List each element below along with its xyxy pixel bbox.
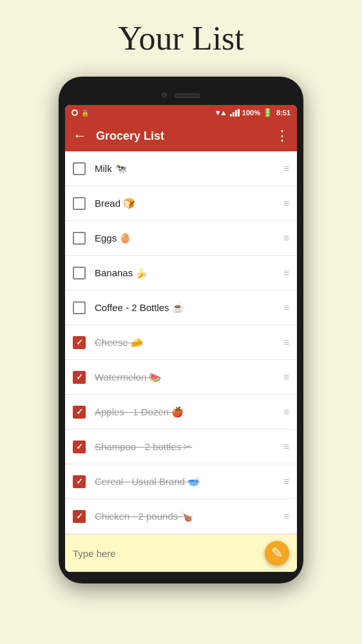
drag-handle-icon[interactable]: ≡ xyxy=(283,302,289,314)
list-item-checkbox[interactable] xyxy=(73,371,86,384)
drag-handle-icon[interactable]: ≡ xyxy=(283,476,289,488)
page-title: Your List xyxy=(118,19,244,57)
add-item-button[interactable]: ✎ xyxy=(265,541,289,565)
list-item: Apples - 1 Dozen 🍎≡ xyxy=(65,395,297,430)
status-lock-icon: 🔒 xyxy=(81,109,89,117)
list-item-checkbox[interactable] xyxy=(73,336,86,349)
drag-handle-icon[interactable]: ≡ xyxy=(283,163,289,175)
list-item-text: Cereal - Usual Brand 🥣 xyxy=(95,476,278,488)
list-item-checkbox[interactable] xyxy=(73,197,86,210)
list-item-checkbox[interactable] xyxy=(73,440,86,453)
bottom-bar: ✎ xyxy=(65,534,297,572)
list-item-text: Milk 🐄 xyxy=(95,163,278,175)
toolbar: ← Grocery List ⋮ xyxy=(65,120,297,151)
status-circle-icon xyxy=(71,109,78,116)
list-item: Eggs 🥚≡ xyxy=(65,221,297,256)
list-item: Cheese 🧀≡ xyxy=(65,325,297,360)
list-item-checkbox[interactable] xyxy=(73,301,86,314)
list-item: Chicken - 2 pounds 🍗≡ xyxy=(65,499,297,534)
list-item-checkbox[interactable] xyxy=(73,267,86,279)
list-item-checkbox[interactable] xyxy=(73,162,86,175)
drag-handle-icon[interactable]: ≡ xyxy=(283,337,289,348)
drag-handle-icon[interactable]: ≡ xyxy=(283,267,289,279)
type-here-input[interactable] xyxy=(73,548,265,559)
back-button[interactable]: ← xyxy=(73,128,87,144)
phone-screen: 🔒 ▾▲ 100% 🔋 8:51 ← Grocery List ⋮ xyxy=(65,105,297,572)
list-item-text: Eggs 🥚 xyxy=(95,232,278,244)
list-item-text: Cheese 🧀 xyxy=(95,337,278,348)
drag-handle-icon[interactable]: ≡ xyxy=(283,406,289,418)
battery-percent: 100% xyxy=(242,109,260,117)
drag-handle-icon[interactable]: ≡ xyxy=(283,372,289,383)
toolbar-title: Grocery List xyxy=(96,129,275,143)
status-time: 8:51 xyxy=(276,109,291,117)
drag-handle-icon[interactable]: ≡ xyxy=(283,511,289,522)
list-item: Coffee - 2 Bottles ☕≡ xyxy=(65,290,297,325)
grocery-list: Milk 🐄≡Bread 🍞≡Eggs 🥚≡Bananas 🍌≡Coffee -… xyxy=(65,151,297,534)
list-item-checkbox[interactable] xyxy=(73,510,86,523)
drag-handle-icon[interactable]: ≡ xyxy=(283,232,289,244)
phone-camera xyxy=(162,93,167,98)
list-item-text: Apples - 1 Dozen 🍎 xyxy=(95,406,278,418)
status-right: ▾▲ 100% 🔋 8:51 xyxy=(216,108,291,117)
list-item: Shampoo - 2 bottles ✂≡ xyxy=(65,430,297,464)
list-item: Bread 🍞≡ xyxy=(65,186,297,221)
list-item-checkbox[interactable] xyxy=(73,475,86,488)
wifi-icon: ▾▲ xyxy=(216,108,227,117)
signal-bars-icon xyxy=(230,109,240,117)
list-item-text: Chicken - 2 pounds 🍗 xyxy=(95,511,278,522)
phone-speaker xyxy=(175,93,200,98)
list-item-text: Watermelon 🍉 xyxy=(95,372,278,383)
menu-button[interactable]: ⋮ xyxy=(275,128,289,144)
list-item: Watermelon 🍉≡ xyxy=(65,360,297,395)
list-item-checkbox[interactable] xyxy=(73,232,86,245)
phone-top-bar xyxy=(65,86,297,105)
list-item: Cereal - Usual Brand 🥣≡ xyxy=(65,464,297,499)
status-bar: 🔒 ▾▲ 100% 🔋 8:51 xyxy=(65,105,297,120)
phone-device: 🔒 ▾▲ 100% 🔋 8:51 ← Grocery List ⋮ xyxy=(59,77,303,583)
status-left: 🔒 xyxy=(71,109,89,117)
drag-handle-icon[interactable]: ≡ xyxy=(283,441,289,453)
list-item-checkbox[interactable] xyxy=(73,406,86,419)
list-item: Milk 🐄≡ xyxy=(65,151,297,186)
list-item-text: Bread 🍞 xyxy=(95,198,278,209)
battery-icon: 🔋 xyxy=(263,108,272,117)
list-item-text: Bananas 🍌 xyxy=(95,267,278,279)
add-item-icon: ✎ xyxy=(271,545,283,562)
list-item: Bananas 🍌≡ xyxy=(65,256,297,290)
list-item-text: Coffee - 2 Bottles ☕ xyxy=(95,302,278,314)
list-item-text: Shampoo - 2 bottles ✂ xyxy=(95,441,278,453)
drag-handle-icon[interactable]: ≡ xyxy=(283,198,289,209)
